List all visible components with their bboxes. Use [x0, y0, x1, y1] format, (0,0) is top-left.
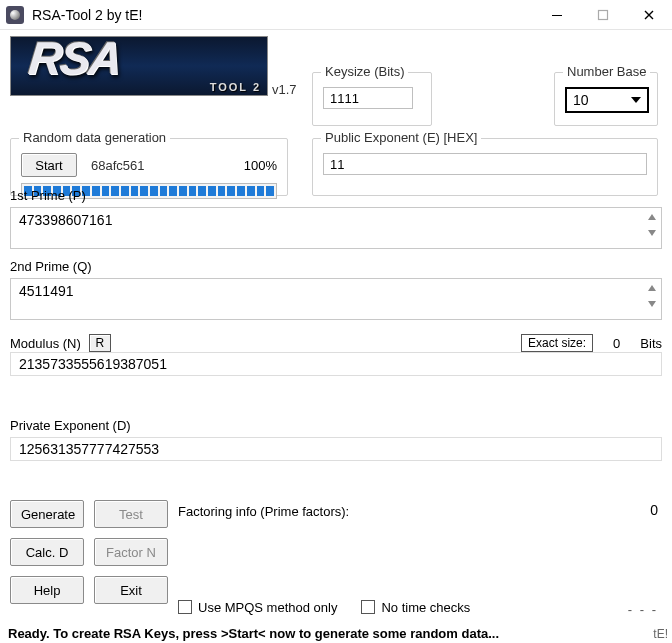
private-d-label: Private Exponent (D) — [10, 418, 662, 433]
chevron-up-icon — [644, 210, 660, 224]
prime-p-input[interactable] — [10, 207, 662, 249]
prime-q-spinner[interactable] — [644, 281, 660, 311]
close-button[interactable] — [626, 0, 672, 30]
prime-q-label: 2nd Prime (Q) — [10, 259, 662, 274]
start-button[interactable]: Start — [21, 153, 77, 177]
no-time-label: No time checks — [381, 600, 470, 615]
chevron-down-icon — [644, 297, 660, 311]
exact-size-label: Exact size: — [521, 334, 593, 352]
random-data-legend: Random data generation — [19, 130, 170, 145]
modulus-r-button[interactable]: R — [89, 334, 111, 352]
mpqs-checkbox[interactable]: Use MPQS method only — [178, 600, 337, 615]
mpqs-label: Use MPQS method only — [198, 600, 337, 615]
dots-indicator: - - - — [628, 602, 658, 617]
title-bar: RSA-Tool 2 by tE! — [0, 0, 672, 30]
public-exponent-input[interactable] — [323, 153, 647, 175]
public-exponent-legend: Public Exponent (E) [HEX] — [321, 130, 481, 145]
number-base-select[interactable]: 10 — [565, 87, 649, 113]
chevron-down-icon — [625, 89, 647, 111]
app-logo: RSA TOOL 2 — [10, 36, 268, 96]
bits-label: Bits — [640, 336, 662, 351]
keysize-input[interactable] — [323, 87, 413, 109]
keysize-legend: Keysize (Bits) — [321, 64, 408, 79]
private-d-input[interactable] — [10, 437, 662, 461]
no-time-checkbox[interactable]: No time checks — [361, 600, 470, 615]
number-base-legend: Number Base — [563, 64, 650, 79]
number-base-value: 10 — [567, 92, 589, 108]
modulus-input[interactable] — [10, 352, 662, 376]
random-hash: 68afc561 — [91, 158, 145, 173]
number-base-group: Number Base 10 — [554, 72, 658, 126]
logo-text-big: RSA — [26, 36, 123, 85]
prime-q-input[interactable] — [10, 278, 662, 320]
svg-rect-1 — [599, 10, 608, 19]
test-button: Test — [94, 500, 168, 528]
exit-button[interactable]: Exit — [94, 576, 168, 604]
calc-d-button[interactable]: Calc. D — [10, 538, 84, 566]
factor-n-button: Factor N — [94, 538, 168, 566]
prime-p-spinner[interactable] — [644, 210, 660, 240]
maximize-button[interactable] — [580, 0, 626, 30]
author-tag: tE! — [653, 627, 668, 641]
factoring-count: 0 — [650, 502, 658, 518]
random-percent: 100% — [244, 158, 277, 173]
exact-size-value: 0 — [613, 336, 620, 351]
window-title: RSA-Tool 2 by tE! — [32, 7, 143, 23]
factoring-info-label: Factoring info (Prime factors): — [178, 504, 349, 519]
generate-button[interactable]: Generate — [10, 500, 84, 528]
modulus-label: Modulus (N) — [10, 336, 81, 351]
svg-rect-0 — [552, 15, 562, 16]
logo-text-small: TOOL 2 — [210, 81, 261, 93]
status-bar: Ready. To create RSA Keys, press >Start<… — [8, 626, 638, 641]
chevron-down-icon — [644, 226, 660, 240]
minimize-button[interactable] — [534, 0, 580, 30]
help-button[interactable]: Help — [10, 576, 84, 604]
app-icon — [6, 6, 24, 24]
version-label: v1.7 — [272, 82, 297, 97]
prime-p-label: 1st Prime (P) — [10, 188, 662, 203]
chevron-up-icon — [644, 281, 660, 295]
keysize-group: Keysize (Bits) — [312, 72, 432, 126]
